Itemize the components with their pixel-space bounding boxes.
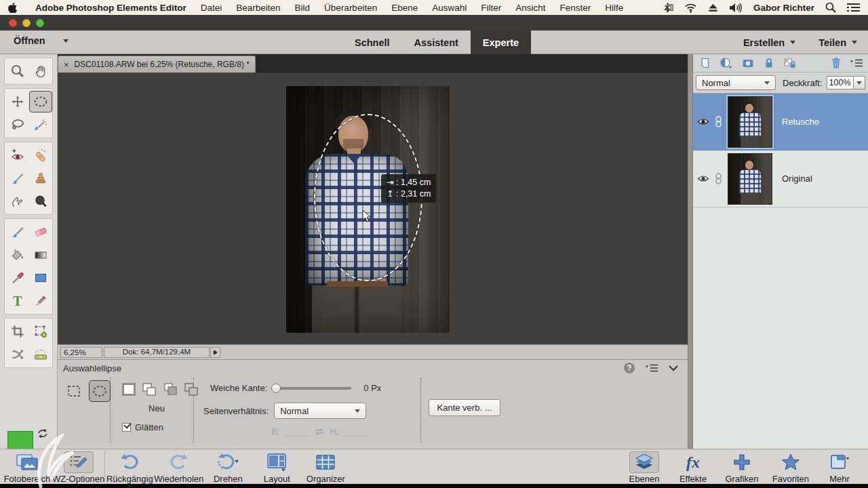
taskbar-wz-optionen[interactable]: WZ-Optionen [52, 449, 104, 484]
apple-logo-icon[interactable] [8, 3, 17, 13]
panel-menu-icon[interactable] [646, 364, 658, 373]
straighten-tool-icon[interactable] [29, 344, 52, 365]
elliptical-marquee-option-icon[interactable] [89, 380, 111, 402]
menu-item-ueberarbeiten[interactable]: Überarbeiten [324, 3, 377, 13]
close-window-button[interactable] [9, 19, 17, 27]
taskbar-rueckgaengig[interactable]: Rückgängig [105, 449, 154, 484]
delete-layer-trash-icon[interactable] [831, 57, 842, 69]
feather-slider[interactable] [273, 387, 351, 390]
layer-name[interactable]: Original [782, 174, 812, 184]
feather-slider-knob[interactable] [271, 384, 281, 393]
layer-visibility-eye-icon[interactable] [697, 174, 709, 183]
menubar-app-name[interactable]: Adobe Photoshop Elements Editor [35, 3, 186, 13]
gradient-tool-icon[interactable] [29, 244, 52, 266]
width-field[interactable] [283, 427, 309, 436]
layer-mask-icon[interactable] [742, 57, 754, 69]
selection-mode-new-icon[interactable] [120, 382, 138, 398]
content-aware-move-tool-icon[interactable] [6, 344, 29, 365]
taskbar-mehr[interactable]: Mehr [815, 449, 864, 484]
layer-thumbnail[interactable] [728, 96, 772, 148]
selection-mode-subtract-icon[interactable] [162, 382, 180, 398]
status-options-button[interactable] [210, 347, 220, 358]
menu-item-ebene[interactable]: Ebene [391, 3, 418, 13]
layer-link-icon[interactable] [715, 173, 722, 184]
close-document-icon[interactable]: × [64, 60, 69, 69]
taskbar-organizer[interactable]: Organizer [301, 449, 350, 484]
menu-item-auswahl[interactable]: Auswahl [432, 3, 467, 13]
lock-transparency-icon[interactable] [784, 57, 797, 69]
smudge-tool-icon[interactable] [6, 190, 29, 212]
brush-tool-icon[interactable] [6, 221, 29, 243]
menu-item-fenster[interactable]: Fenster [560, 3, 591, 13]
menu-item-ansicht[interactable]: Ansicht [515, 3, 545, 13]
shape-tool-icon[interactable] [29, 267, 52, 289]
layer-visibility-eye-icon[interactable] [697, 117, 709, 126]
selection-mode-intersect-icon[interactable] [183, 382, 201, 398]
layer-name[interactable]: Retusche [782, 117, 819, 127]
menu-item-hilfe[interactable]: Hilfe [605, 3, 623, 13]
hand-tool-icon[interactable] [29, 60, 52, 82]
lasso-tool-icon[interactable] [6, 114, 29, 136]
zoom-level-field[interactable]: 6,25% [60, 347, 102, 358]
tab-experte[interactable]: Experte [471, 30, 531, 54]
document-size-field[interactable]: Dok: 64,7M/129,4M [104, 347, 210, 358]
new-layer-icon[interactable] [698, 57, 711, 69]
taskbar-layout[interactable]: Layout [252, 449, 301, 484]
layer-row-retusche[interactable]: Retusche [693, 94, 868, 150]
notification-list-icon[interactable] [847, 3, 860, 12]
canvas-area[interactable]: ⇥: 1,45 cm ↥: 2,31 cm [58, 73, 688, 344]
taskbar-drehen[interactable]: Drehen [203, 449, 252, 484]
minimize-window-button[interactable] [22, 19, 31, 27]
zoom-tool-icon[interactable] [6, 60, 29, 82]
refine-edge-button[interactable]: Kante verb. ... [429, 399, 500, 416]
pencil-tool-icon[interactable] [29, 290, 52, 312]
menu-item-bild[interactable]: Bild [295, 3, 311, 13]
blend-mode-dropdown[interactable]: Normal [696, 75, 776, 90]
zoom-window-button[interactable] [36, 19, 44, 27]
crop-tool-icon[interactable] [6, 321, 29, 342]
layer-row-original[interactable]: Original [693, 150, 868, 207]
collapse-panel-icon[interactable] [669, 365, 678, 371]
lock-all-icon[interactable] [763, 57, 775, 69]
help-icon[interactable]: ? [624, 363, 635, 373]
open-button[interactable]: Öffnen [14, 35, 68, 46]
height-field[interactable] [342, 427, 368, 436]
aspect-ratio-dropdown[interactable]: Normal [274, 403, 366, 419]
move-tool-icon[interactable] [6, 91, 29, 113]
taskbar-grafiken[interactable]: Grafiken [717, 449, 766, 484]
selection-mode-add-icon[interactable] [141, 382, 159, 398]
spot-healing-tool-icon[interactable] [29, 144, 52, 166]
erstellen-button[interactable]: Erstellen [743, 37, 795, 48]
taskbar-wiederholen[interactable]: Wiederholen [154, 449, 203, 484]
spotlight-search-icon[interactable] [825, 2, 836, 13]
smart-brush-tool-icon[interactable] [6, 167, 29, 189]
photo-document[interactable]: ⇥: 1,45 cm ↥: 2,31 cm [286, 86, 450, 333]
tab-schnell[interactable]: Schnell [342, 30, 402, 54]
taskbar-favoriten[interactable]: Mehr Favoriten [766, 449, 815, 484]
recompose-tool-icon[interactable] [29, 321, 52, 342]
blur-tool-icon[interactable] [29, 190, 52, 212]
selection-brush-tool-icon[interactable] [29, 114, 52, 136]
elliptical-marquee-tool-icon[interactable] [29, 91, 52, 113]
wifi-icon[interactable] [684, 3, 697, 13]
red-eye-tool-icon[interactable] [6, 144, 29, 166]
rectangular-marquee-option-icon[interactable] [63, 380, 85, 402]
tab-assistent[interactable]: Assistent [402, 30, 471, 54]
teilen-button[interactable]: Teilen [818, 37, 857, 48]
smooth-checkbox[interactable] [122, 423, 131, 432]
document-tab[interactable]: × DSC01108.ARW bei 6,25% (Retusche, RGB/… [58, 56, 256, 73]
bluetooth-icon[interactable] [663, 2, 673, 13]
menu-item-bearbeiten[interactable]: Bearbeiten [236, 3, 280, 13]
taskbar-effekte[interactable]: fx Effekte [669, 449, 717, 484]
paint-bucket-tool-icon[interactable] [6, 244, 29, 266]
opacity-stepper-button[interactable] [854, 76, 865, 89]
volume-icon[interactable] [729, 3, 743, 13]
eraser-tool-icon[interactable] [29, 221, 52, 243]
eyedropper-tool-icon[interactable] [6, 267, 29, 289]
taskbar-fotobereich[interactable]: Fotobereich [3, 449, 52, 484]
menu-item-datei[interactable]: Datei [201, 3, 222, 13]
type-tool-icon[interactable]: T [6, 290, 29, 312]
opacity-field[interactable]: 100% [827, 76, 854, 89]
panel-divider[interactable] [688, 54, 693, 449]
swap-colors-icon[interactable] [36, 428, 50, 440]
